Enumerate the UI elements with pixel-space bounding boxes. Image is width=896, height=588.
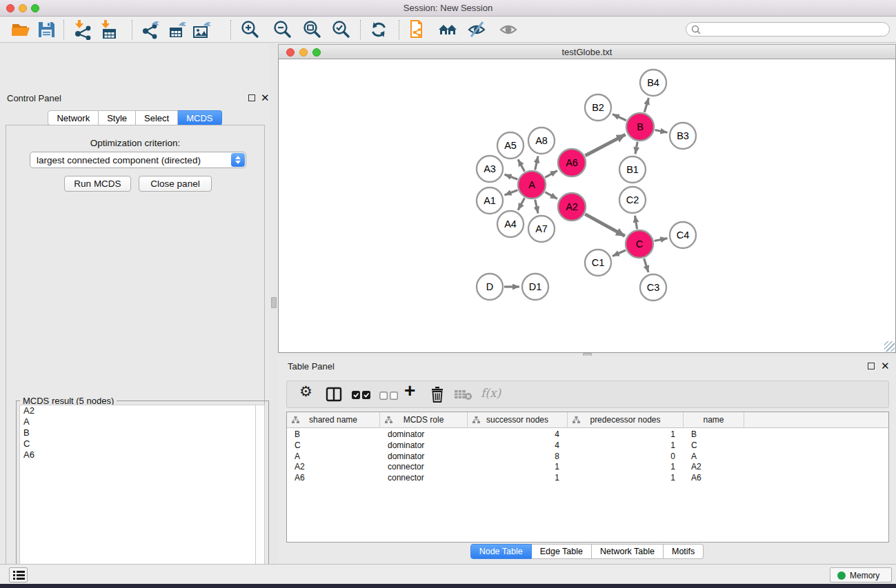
- table-cell[interactable]: A: [287, 451, 380, 462]
- trash-icon[interactable]: [430, 387, 444, 405]
- table-cell[interactable]: 1: [468, 461, 568, 472]
- mcds-result-item[interactable]: B: [20, 427, 264, 438]
- zoom-selected-icon[interactable]: [330, 19, 351, 40]
- zoom-in-icon[interactable]: [239, 19, 260, 40]
- gear-icon[interactable]: ⚙: [299, 383, 312, 401]
- search-input[interactable]: [704, 23, 884, 35]
- network-from-file-icon[interactable]: [406, 19, 426, 40]
- vertical-splitter-handle[interactable]: [271, 297, 277, 308]
- scrollbar[interactable]: [255, 405, 264, 588]
- column-header-predecessor-nodes[interactable]: predecessor nodes: [568, 412, 684, 428]
- select-all-checkboxes-icon[interactable]: [352, 390, 371, 408]
- mcds-result-item[interactable]: A2: [20, 405, 264, 416]
- show-eye-icon[interactable]: [498, 19, 519, 40]
- graph-node-C4[interactable]: C4: [670, 222, 696, 248]
- export-table-icon[interactable]: [167, 19, 188, 40]
- run-mcds-button[interactable]: Run MCDS: [64, 176, 131, 192]
- resize-grip-icon[interactable]: [884, 341, 895, 352]
- float-panel-icon[interactable]: [248, 94, 255, 101]
- zoom-out-icon[interactable]: [272, 19, 292, 40]
- graph-node-A2[interactable]: A2: [558, 193, 586, 221]
- tab-select[interactable]: Select: [136, 110, 178, 125]
- table-cell[interactable]: dominator: [380, 451, 468, 462]
- graph-node-B1[interactable]: B1: [619, 156, 646, 183]
- table-cell[interactable]: 4: [468, 429, 568, 440]
- table-cell[interactable]: A6: [287, 472, 380, 483]
- graph-node-C[interactable]: C: [626, 230, 653, 258]
- close-panel-icon[interactable]: ✕: [261, 94, 270, 102]
- edge-A-A6[interactable]: [545, 171, 557, 178]
- graph-node-C3[interactable]: C3: [640, 274, 666, 301]
- edge-A-A7[interactable]: [535, 199, 538, 213]
- column-header-shared-name[interactable]: shared name: [287, 412, 380, 428]
- table-row[interactable]: A2connector11A2: [287, 461, 888, 472]
- table-close-icon[interactable]: ✕: [881, 362, 890, 370]
- table-row[interactable]: A6connector11A6: [287, 472, 888, 483]
- graph-node-B3[interactable]: B3: [670, 123, 696, 149]
- edge-A-A4[interactable]: [518, 198, 525, 210]
- edge-A-A8[interactable]: [535, 156, 538, 170]
- tab-motifs[interactable]: Motifs: [664, 544, 704, 559]
- column-header-MCDS-role[interactable]: MCDS role: [380, 412, 468, 428]
- table-cell[interactable]: dominator: [380, 429, 468, 440]
- edge-A-A2[interactable]: [545, 192, 557, 199]
- edge-B-B3[interactable]: [655, 130, 668, 133]
- task-history-button[interactable]: [9, 567, 28, 582]
- graph-node-A[interactable]: A: [518, 171, 546, 199]
- graph-node-A7[interactable]: A7: [528, 216, 555, 242]
- refresh-icon[interactable]: [368, 19, 389, 40]
- table-cell[interactable]: C: [287, 440, 380, 451]
- table-cell[interactable]: B: [287, 429, 380, 440]
- table-cell[interactable]: A2: [287, 461, 380, 472]
- table-cell[interactable]: 1: [568, 429, 684, 440]
- mcds-result-item[interactable]: A: [20, 416, 264, 427]
- table-float-icon[interactable]: [868, 363, 875, 369]
- table-row[interactable]: Adominator80A: [287, 451, 888, 462]
- optimization-criterion-select[interactable]: largest connected component (directed): [30, 152, 246, 168]
- table-cell[interactable]: 1: [568, 461, 684, 472]
- import-table-icon[interactable]: [99, 19, 119, 40]
- edge-A2-C[interactable]: [585, 214, 625, 236]
- table-cell[interactable]: 0: [568, 451, 684, 462]
- graph-node-C2[interactable]: C2: [619, 187, 646, 213]
- save-session-icon[interactable]: [36, 19, 57, 40]
- graph-node-B2[interactable]: B2: [585, 94, 611, 121]
- network-canvas[interactable]: B4B2BB3A8A5A6A3B1AC2A1A2A4A7C4CC1DD1C3: [278, 59, 896, 353]
- table-cell[interactable]: A6: [684, 472, 744, 483]
- graph-node-A1[interactable]: A1: [477, 187, 503, 214]
- edge-B-B1[interactable]: [635, 142, 637, 154]
- graph-node-A8[interactable]: A8: [528, 128, 555, 154]
- table-cell[interactable]: A: [684, 451, 744, 462]
- table-row[interactable]: Cdominator41C: [287, 440, 888, 451]
- table-cell[interactable]: B: [684, 429, 744, 440]
- zoom-fit-icon[interactable]: [301, 19, 322, 40]
- edge-B-B2[interactable]: [613, 114, 626, 121]
- deselect-all-checkboxes-icon[interactable]: [379, 391, 399, 409]
- memory-button[interactable]: Memory: [830, 567, 892, 582]
- table-cell[interactable]: A2: [684, 461, 744, 472]
- tab-edge-table[interactable]: Edge Table: [532, 544, 592, 559]
- edge-C-C3[interactable]: [644, 258, 648, 272]
- graph-node-D1[interactable]: D1: [522, 274, 548, 300]
- edge-A-A3[interactable]: [505, 174, 518, 179]
- edge-A-A1[interactable]: [505, 190, 518, 195]
- import-network-icon[interactable]: [72, 19, 93, 40]
- table-cell[interactable]: C: [684, 440, 744, 451]
- column-header-successor-nodes[interactable]: successor nodes: [468, 412, 568, 428]
- edge-C-C4[interactable]: [655, 239, 668, 241]
- graph-node-A4[interactable]: A4: [497, 211, 524, 237]
- columns-icon[interactable]: [326, 386, 342, 404]
- table-cell[interactable]: 1: [468, 472, 568, 483]
- column-header-name[interactable]: name: [684, 412, 744, 428]
- tab-style[interactable]: Style: [99, 110, 136, 125]
- search-field[interactable]: [686, 22, 890, 37]
- table-cell[interactable]: 8: [468, 451, 568, 462]
- table-cell[interactable]: 1: [568, 472, 684, 483]
- network-window-titlebar[interactable]: testGlobe.txt: [278, 44, 896, 59]
- export-image-icon[interactable]: [192, 19, 212, 40]
- open-session-icon[interactable]: [10, 19, 31, 40]
- export-network-icon[interactable]: [141, 19, 161, 40]
- edge-A6-B[interactable]: [585, 134, 625, 156]
- tab-network-table[interactable]: Network Table: [592, 544, 664, 559]
- table-cell[interactable]: 1: [568, 440, 684, 451]
